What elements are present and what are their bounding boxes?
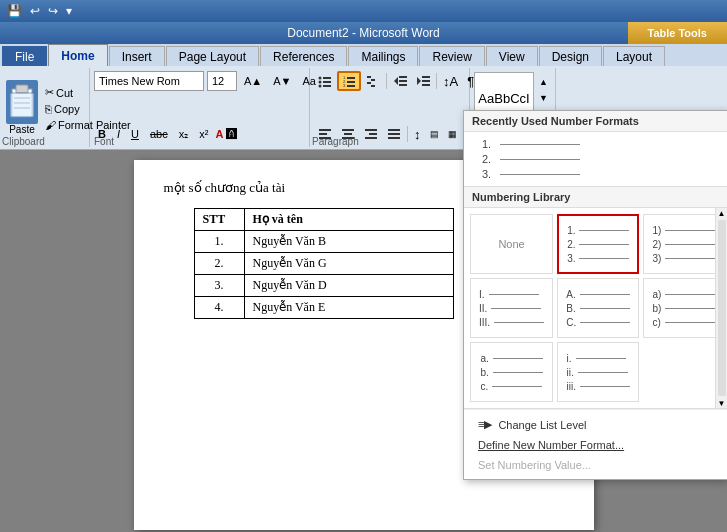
strikethrough-button[interactable]: abc [146,124,172,144]
table-cell-name-1: Nguyễn Văn B [244,231,453,253]
ribbon-content: Paste ✂ Cut ⎘ Copy 🖌 Format Painter Clip… [0,66,727,150]
paste-button[interactable]: Paste [4,78,40,137]
svg-rect-23 [399,76,407,78]
numbering-none[interactable]: None [470,214,553,274]
svg-rect-11 [323,85,331,87]
customize-icon[interactable]: ▾ [63,3,75,19]
svg-marker-26 [417,77,421,85]
para-row1: 1.2.3. ↕A ¶ [314,71,478,91]
tab-home[interactable]: Home [48,44,107,66]
numbering-123[interactable]: 1. 2. 3. [557,214,639,274]
table-header-stt: STT [194,209,244,231]
shading-button[interactable]: ▤ [426,124,443,144]
numbering-alow[interactable]: a. b. c. [470,342,553,402]
sort-button[interactable]: ↕A [439,71,462,91]
font-size-input[interactable] [207,71,237,91]
decrease-indent-button[interactable] [389,71,411,91]
document-table: STT Họ và tên 1. Nguyễn Văn B 2. Nguyễn … [194,208,454,319]
tab-insert[interactable]: Insert [109,46,165,66]
tab-file[interactable]: File [2,46,47,66]
numbering-button[interactable]: 1.2.3. [337,71,361,91]
styles-down-button[interactable]: ▼ [536,91,551,105]
borders-button[interactable]: ▦ [444,124,461,144]
scroll-thumb [718,220,726,396]
font-shrink-button[interactable]: A▼ [269,71,295,91]
numbering-roman[interactable]: I. II. III. [470,278,553,338]
define-new-format-item[interactable]: Define New Number Format... [470,435,721,455]
svg-rect-33 [342,129,354,131]
ribbon: File Home Insert Page Layout References … [0,44,727,150]
table-cell-name-3: Nguyễn Văn D [244,275,453,297]
svg-rect-21 [371,85,375,87]
recent-item-1: 1. [482,138,719,150]
multilevel-list-button[interactable] [362,71,384,91]
recent-list: 1. 2. 3. [472,138,719,180]
paste-icon [6,80,38,124]
scroll-up-arrow[interactable]: ▲ [717,208,727,218]
svg-rect-29 [422,84,430,86]
table-row: 2. Nguyễn Văn G [194,253,453,275]
num-lines-paren: 1) 2) 3) [648,223,719,266]
cut-icon: ✂ [45,86,54,99]
svg-rect-7 [323,77,331,79]
recent-item-2: 2. [482,153,719,165]
subscript-button[interactable]: x₂ [175,124,193,144]
clipboard-group: Paste ✂ Cut ⎘ Copy 🖌 Format Painter Clip… [0,68,90,147]
num-lines-roman: I. II. III. [475,287,548,330]
change-list-icon: ≡▶ [478,418,492,431]
svg-rect-24 [399,80,407,82]
tab-references[interactable]: References [260,46,347,66]
font-group: A▲ A▼ Aa B I U abc x₂ x² A 🅰 Font [90,68,310,147]
scroll-down-arrow[interactable]: ▼ [717,398,727,408]
underline-button[interactable]: U [127,124,143,144]
align-right-button[interactable] [360,124,382,144]
svg-point-8 [319,81,322,84]
numbering-123paren[interactable]: 1) 2) 3) [643,214,724,274]
dropdown-footer: ≡▶ Change List Level Define New Number F… [464,409,727,479]
text-color-a[interactable]: A [215,128,223,140]
svg-rect-15 [347,81,355,83]
svg-point-10 [319,85,322,88]
svg-rect-34 [344,133,352,135]
highlight-color[interactable]: 🅰 [226,128,237,140]
title-bar: Document2 - Microsoft Word Table Tools [0,22,727,44]
tab-page-layout[interactable]: Page Layout [166,46,259,66]
bullets-button[interactable] [314,71,336,91]
library-section-title: Numbering Library [464,187,727,208]
superscript-button[interactable]: x² [195,124,212,144]
tab-design[interactable]: Design [539,46,602,66]
numbering-abc[interactable]: A. B. C. [557,278,639,338]
none-label: None [498,238,524,250]
num-lines-abc: A. B. C. [562,287,634,330]
line-spacing-button[interactable]: ↕ [410,124,425,144]
styles-up-button[interactable]: ▲ [536,75,551,89]
numbering-grid: None 1. 2. 3. 1) 2) 3) [464,208,727,409]
tab-view[interactable]: View [486,46,538,66]
numbering-roman-low[interactable]: i. ii. iii. [557,342,639,402]
dropdown-scrollbar: ▲ ▼ [715,208,727,408]
increase-indent-button[interactable] [412,71,434,91]
paragraph-label: Paragraph [312,136,359,147]
font-name-input[interactable] [94,71,204,91]
justify-button[interactable] [383,124,405,144]
paragraph-group: 1.2.3. ↕A ¶ [310,68,470,147]
change-list-level-item[interactable]: ≡▶ Change List Level [470,414,721,435]
set-numbering-item: Set Numbering Value... [470,455,721,475]
svg-rect-36 [365,129,377,131]
redo-icon[interactable]: ↪ [45,3,61,19]
table-tools-label: Table Tools [628,22,728,44]
svg-rect-27 [422,76,430,78]
svg-rect-9 [323,81,331,83]
numbering-abcparen[interactable]: a) b) c) [643,278,724,338]
tab-review[interactable]: Review [419,46,484,66]
tab-layout[interactable]: Layout [603,46,665,66]
svg-rect-37 [369,133,377,135]
italic-button[interactable]: I [113,124,124,144]
svg-rect-30 [319,129,331,131]
font-grow-button[interactable]: A▲ [240,71,266,91]
save-icon[interactable]: 💾 [4,3,25,19]
svg-point-6 [319,77,322,80]
recent-item-3: 3. [482,168,719,180]
tab-mailings[interactable]: Mailings [348,46,418,66]
undo-icon[interactable]: ↩ [27,3,43,19]
